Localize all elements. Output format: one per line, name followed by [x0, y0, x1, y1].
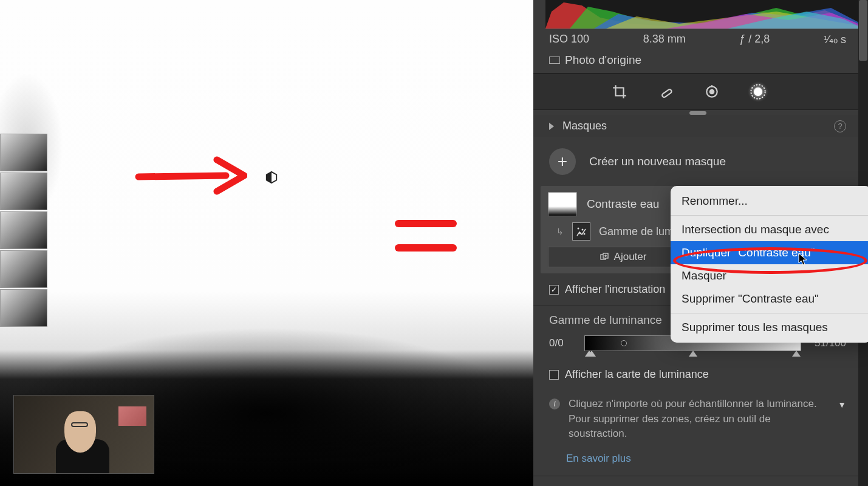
- scrollbar-thumb[interactable]: [859, 0, 867, 61]
- mask-context-menu: Renommer... Intersection du masque avec …: [671, 186, 868, 343]
- menu-delete-all[interactable]: Supprimer tous les masques: [671, 316, 868, 339]
- image-preview[interactable]: [0, 0, 533, 486]
- menu-hide[interactable]: Masquer: [671, 264, 868, 287]
- mask-name: Contraste eau: [587, 197, 659, 211]
- info-line-1: Cliquez n'importe où pour échantillonner…: [569, 398, 817, 409]
- webcam-overlay: [13, 395, 154, 474]
- svg-marker-1: [267, 172, 272, 183]
- masks-section-header[interactable]: Masques ?: [533, 115, 862, 137]
- info-icon: i: [549, 399, 560, 409]
- help-icon[interactable]: ?: [834, 120, 846, 132]
- aperture-value: ƒ / 2,8: [739, 33, 770, 46]
- svg-line-2: [138, 176, 226, 177]
- annotation-arrow: [135, 155, 247, 201]
- panel-grip[interactable]: [689, 111, 706, 115]
- exif-row: ISO 100 8.38 mm ƒ / 2,8 ¹⁄₄₀ s: [533, 29, 862, 50]
- menu-duplicate[interactable]: Dupliquer "Contraste eau": [671, 241, 868, 264]
- svg-point-9: [578, 228, 579, 230]
- slider-handle-right-min[interactable]: [689, 351, 697, 357]
- add-label: Ajouter: [614, 251, 647, 263]
- masks-title: Masques: [562, 120, 607, 132]
- menu-intersect[interactable]: Intersection du masque avec: [671, 218, 868, 241]
- annotation-equals: [395, 220, 457, 269]
- original-label: Photo d'origine: [565, 53, 641, 67]
- svg-point-10: [582, 229, 584, 231]
- add-icon: [600, 252, 609, 262]
- plus-icon: +: [549, 148, 576, 175]
- svg-point-12: [584, 233, 586, 235]
- slider-pin[interactable]: [621, 340, 627, 346]
- original-icon: [549, 56, 560, 64]
- svg-point-5: [709, 90, 714, 94]
- show-luminance-map-toggle[interactable]: Afficher la carte de luminance: [533, 358, 862, 391]
- cursor-icon: [798, 253, 809, 266]
- thumb: [0, 289, 47, 327]
- heal-icon[interactable]: [657, 83, 675, 101]
- thumb: [0, 250, 47, 288]
- range-left-value: 0/0: [549, 337, 576, 349]
- histogram[interactable]: [545, 0, 861, 29]
- thumb: [0, 211, 47, 249]
- checkbox-checked-icon: ✓: [549, 285, 559, 295]
- svg-point-8: [754, 87, 762, 96]
- info-line-2: Pour supprimer des zones, créez un outil…: [569, 413, 771, 440]
- collapse-icon: [549, 123, 556, 130]
- menu-separator: [671, 215, 868, 216]
- mask-component-label: Gamme de lumin: [599, 225, 682, 238]
- shutter-value: ¹⁄₄₀ s: [824, 33, 846, 46]
- mask-thumbnail: [548, 192, 577, 216]
- show-luminance-map-label: Afficher la carte de luminance: [565, 368, 709, 381]
- info-hint: i Cliquez n'importe où pour échantillonn…: [533, 391, 862, 448]
- original-photo-toggle[interactable]: Photo d'origine: [533, 50, 862, 73]
- luminance-range-icon: [572, 222, 590, 241]
- filmstrip-side: [0, 134, 49, 340]
- thumb: [0, 173, 47, 210]
- thumb: [0, 134, 47, 171]
- menu-rename[interactable]: Renommer...: [671, 190, 868, 213]
- create-mask-button[interactable]: + Créer un nouveau masque: [533, 137, 862, 186]
- create-mask-label: Créer un nouveau masque: [589, 155, 726, 168]
- slider-handle-left-max[interactable]: [587, 351, 596, 357]
- indent-arrow-icon: ↳: [556, 227, 564, 236]
- svg-rect-3: [661, 89, 672, 98]
- mask-pin-icon[interactable]: [265, 171, 278, 184]
- menu-delete[interactable]: Supprimer "Contraste eau": [671, 287, 868, 310]
- show-overlay-label: Afficher l'incrustation: [565, 283, 665, 296]
- crop-icon[interactable]: [610, 83, 629, 101]
- learn-more-link[interactable]: En savoir plus: [533, 448, 862, 476]
- iso-value: ISO 100: [549, 33, 589, 46]
- mask-icon[interactable]: [749, 83, 767, 101]
- checkbox-unchecked-icon: [549, 370, 559, 380]
- focal-value: 8.38 mm: [643, 33, 686, 46]
- slider-handle-right-max[interactable]: [792, 351, 801, 357]
- tool-strip: [533, 74, 862, 110]
- menu-separator: [671, 313, 868, 313]
- redeye-icon[interactable]: [703, 83, 721, 101]
- chevron-down-icon[interactable]: ▼: [838, 399, 846, 411]
